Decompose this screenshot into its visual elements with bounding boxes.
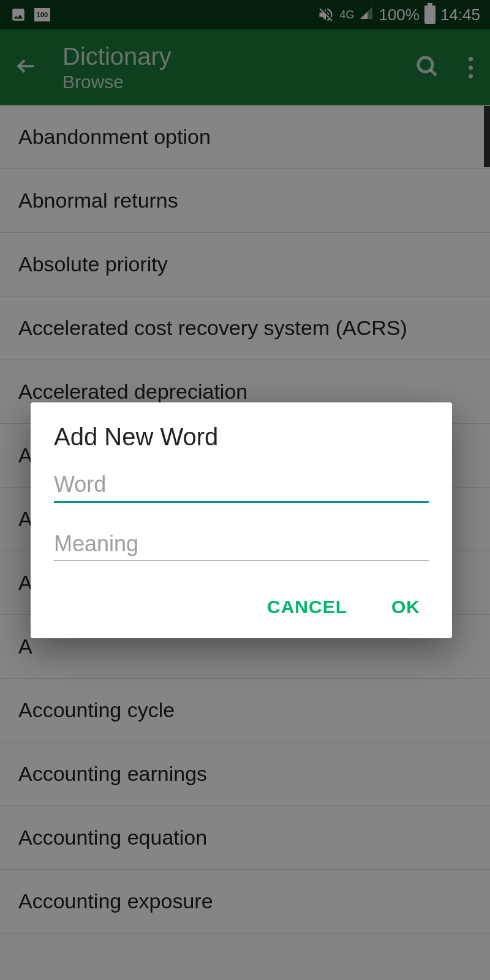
ok-button[interactable]: OK xyxy=(389,590,423,624)
word-input[interactable] xyxy=(54,468,429,503)
meaning-input[interactable] xyxy=(54,527,429,561)
cancel-button[interactable]: CANCEL xyxy=(265,590,350,624)
add-word-dialog: Add New Word CANCEL OK xyxy=(31,402,452,638)
dialog-title: Add New Word xyxy=(54,423,429,451)
